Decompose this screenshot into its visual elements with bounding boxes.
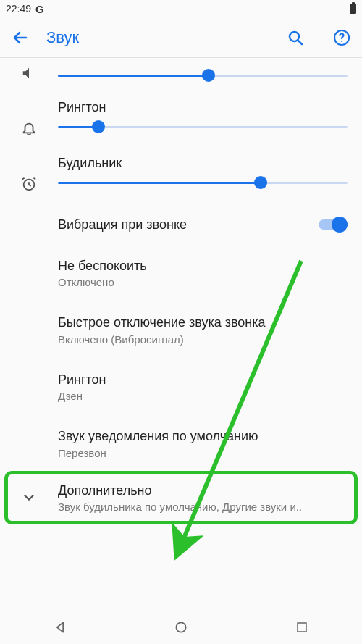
content: Рингтон Будильник Вибрация при звонке bbox=[0, 58, 362, 523]
alarm-slider-label: Будильник bbox=[58, 156, 348, 171]
media-slider[interactable] bbox=[58, 68, 348, 83]
chevron-down-icon bbox=[21, 490, 37, 506]
google-icon: G bbox=[35, 3, 44, 15]
advanced-title: Дополнительно bbox=[58, 482, 348, 499]
triangle-back-icon bbox=[53, 620, 67, 635]
svg-point-4 bbox=[341, 41, 342, 42]
ringtone-slider-label: Рингтон bbox=[58, 100, 348, 115]
default-notification-item[interactable]: Звук уведомления по умолчанию Перезвон bbox=[0, 415, 362, 472]
page-title: Звук bbox=[46, 28, 264, 47]
advanced-item[interactable]: Дополнительно Звук будильника по умолчан… bbox=[0, 472, 362, 523]
do-not-disturb-item[interactable]: Не беспокоить Отключено bbox=[0, 245, 362, 301]
alarm-slider[interactable] bbox=[58, 175, 348, 190]
alarm-icon bbox=[21, 176, 37, 192]
svg-point-7 bbox=[176, 622, 185, 632]
app-bar: Звук bbox=[0, 17, 362, 58]
vibrate-switch[interactable] bbox=[319, 216, 348, 233]
square-recent-icon bbox=[295, 621, 308, 634]
battery-icon bbox=[350, 4, 356, 14]
arrow-back-icon bbox=[12, 29, 29, 46]
help-button[interactable] bbox=[327, 23, 356, 52]
notif-title: Звук уведомления по умолчанию bbox=[58, 428, 348, 445]
ringtone-item[interactable]: Рингтон Дзен bbox=[0, 359, 362, 415]
vibrate-label: Вибрация при звонке bbox=[58, 217, 319, 233]
navigation-bar bbox=[0, 611, 362, 644]
vibrate-on-call-row[interactable]: Вибрация при звонке bbox=[0, 204, 362, 245]
bell-icon bbox=[21, 120, 37, 136]
back-button[interactable] bbox=[6, 23, 35, 52]
svg-rect-8 bbox=[298, 623, 306, 632]
circle-home-icon bbox=[174, 620, 188, 635]
search-icon bbox=[287, 29, 304, 46]
dnd-title: Не беспокоить bbox=[58, 258, 348, 275]
search-button[interactable] bbox=[281, 23, 310, 52]
nav-recent-button[interactable] bbox=[293, 619, 311, 636]
volume-icon bbox=[21, 65, 37, 81]
status-bar: 22:49 G bbox=[0, 0, 362, 17]
advanced-sub: Звук будильника по умолчанию, Другие зву… bbox=[58, 501, 348, 513]
quick-mute-title: Быстрое отключение звука звонка bbox=[58, 314, 348, 331]
quick-mute-item[interactable]: Быстрое отключение звука звонка Включено… bbox=[0, 301, 362, 358]
notif-sub: Перезвон bbox=[58, 447, 348, 459]
svg-line-2 bbox=[298, 40, 302, 44]
ringtone-title: Рингтон bbox=[58, 372, 348, 388]
slider-row-alarm: Будильник bbox=[0, 149, 362, 204]
slider-row-media bbox=[0, 58, 362, 93]
quick-mute-sub: Включено (Вибросигнал) bbox=[58, 333, 348, 346]
nav-home-button[interactable] bbox=[172, 619, 190, 636]
help-icon bbox=[333, 29, 350, 46]
ringtone-slider[interactable] bbox=[58, 120, 348, 134]
ringtone-sub: Дзен bbox=[58, 390, 348, 402]
dnd-sub: Отключено bbox=[58, 276, 348, 288]
nav-back-button[interactable] bbox=[51, 619, 69, 636]
status-time: 22:49 bbox=[6, 3, 31, 14]
slider-row-ringtone: Рингтон bbox=[0, 93, 362, 149]
